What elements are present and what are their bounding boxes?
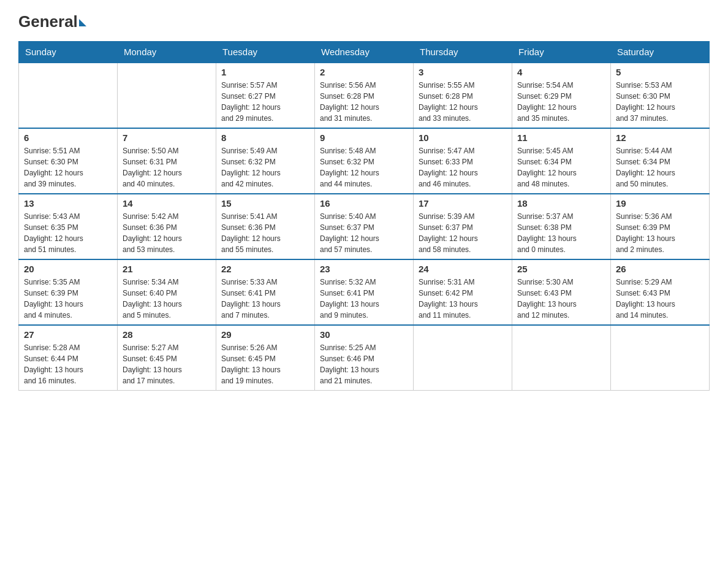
day-number: 17 <box>419 198 507 209</box>
day-number: 11 <box>517 132 605 143</box>
header-wednesday: Wednesday <box>315 42 414 63</box>
day-number: 16 <box>320 198 408 209</box>
day-number: 12 <box>616 132 704 143</box>
day-number: 13 <box>24 198 112 209</box>
day-number: 23 <box>320 264 408 274</box>
day-number: 21 <box>123 264 211 274</box>
page-header: General <box>18 12 710 29</box>
day-info: Sunrise: 5:49 AM Sunset: 6:32 PM Dayligh… <box>221 145 309 190</box>
calendar-cell <box>611 325 710 391</box>
header-tuesday: Tuesday <box>216 42 315 63</box>
day-info: Sunrise: 5:43 AM Sunset: 6:35 PM Dayligh… <box>24 211 112 255</box>
day-info: Sunrise: 5:51 AM Sunset: 6:30 PM Dayligh… <box>24 145 112 190</box>
day-number: 9 <box>320 132 408 143</box>
calendar-cell <box>19 63 118 128</box>
calendar-cell: 16Sunrise: 5:40 AM Sunset: 6:37 PM Dayli… <box>315 194 414 259</box>
day-number: 14 <box>123 198 211 209</box>
day-info: Sunrise: 5:44 AM Sunset: 6:34 PM Dayligh… <box>616 145 704 190</box>
calendar-cell: 29Sunrise: 5:26 AM Sunset: 6:45 PM Dayli… <box>216 325 315 391</box>
day-number: 27 <box>24 329 112 340</box>
day-info: Sunrise: 5:31 AM Sunset: 6:42 PM Dayligh… <box>419 277 507 321</box>
day-number: 24 <box>419 264 507 274</box>
calendar-cell: 8Sunrise: 5:49 AM Sunset: 6:32 PM Daylig… <box>216 128 315 194</box>
calendar-cell: 17Sunrise: 5:39 AM Sunset: 6:37 PM Dayli… <box>414 194 512 259</box>
calendar-cell: 4Sunrise: 5:54 AM Sunset: 6:29 PM Daylig… <box>512 63 611 128</box>
day-number: 25 <box>517 264 605 274</box>
calendar-cell <box>414 325 512 391</box>
calendar-cell: 19Sunrise: 5:36 AM Sunset: 6:39 PM Dayli… <box>611 194 710 259</box>
day-number: 22 <box>221 264 309 274</box>
logo: General <box>18 12 86 29</box>
week-row-1: 1Sunrise: 5:57 AM Sunset: 6:27 PM Daylig… <box>19 63 710 128</box>
day-info: Sunrise: 5:34 AM Sunset: 6:40 PM Dayligh… <box>123 277 211 321</box>
day-number: 5 <box>616 67 704 77</box>
day-info: Sunrise: 5:29 AM Sunset: 6:43 PM Dayligh… <box>616 277 704 321</box>
week-row-5: 27Sunrise: 5:28 AM Sunset: 6:44 PM Dayli… <box>19 325 710 391</box>
day-number: 7 <box>123 132 211 143</box>
header-saturday: Saturday <box>611 42 710 63</box>
day-info: Sunrise: 5:57 AM Sunset: 6:27 PM Dayligh… <box>221 80 309 124</box>
day-info: Sunrise: 5:28 AM Sunset: 6:44 PM Dayligh… <box>24 342 112 386</box>
calendar-cell: 26Sunrise: 5:29 AM Sunset: 6:43 PM Dayli… <box>611 259 710 325</box>
day-info: Sunrise: 5:36 AM Sunset: 6:39 PM Dayligh… <box>616 211 704 255</box>
day-info: Sunrise: 5:53 AM Sunset: 6:30 PM Dayligh… <box>616 80 704 124</box>
day-number: 30 <box>320 329 408 340</box>
calendar-cell <box>512 325 611 391</box>
header-sunday: Sunday <box>19 42 118 63</box>
calendar-cell: 11Sunrise: 5:45 AM Sunset: 6:34 PM Dayli… <box>512 128 611 194</box>
day-info: Sunrise: 5:40 AM Sunset: 6:37 PM Dayligh… <box>320 211 408 255</box>
day-number: 29 <box>221 329 309 340</box>
header-thursday: Thursday <box>414 42 512 63</box>
day-number: 6 <box>24 132 112 143</box>
calendar-cell: 6Sunrise: 5:51 AM Sunset: 6:30 PM Daylig… <box>19 128 118 194</box>
day-number: 1 <box>221 67 309 77</box>
day-number: 3 <box>419 67 507 77</box>
calendar-cell: 13Sunrise: 5:43 AM Sunset: 6:35 PM Dayli… <box>19 194 118 259</box>
day-number: 26 <box>616 264 704 274</box>
calendar-cell: 5Sunrise: 5:53 AM Sunset: 6:30 PM Daylig… <box>611 63 710 128</box>
calendar-cell: 9Sunrise: 5:48 AM Sunset: 6:32 PM Daylig… <box>315 128 414 194</box>
week-row-4: 20Sunrise: 5:35 AM Sunset: 6:39 PM Dayli… <box>19 259 710 325</box>
day-info: Sunrise: 5:35 AM Sunset: 6:39 PM Dayligh… <box>24 277 112 321</box>
week-row-3: 13Sunrise: 5:43 AM Sunset: 6:35 PM Dayli… <box>19 194 710 259</box>
day-info: Sunrise: 5:30 AM Sunset: 6:43 PM Dayligh… <box>517 277 605 321</box>
calendar-cell: 7Sunrise: 5:50 AM Sunset: 6:31 PM Daylig… <box>118 128 216 194</box>
day-info: Sunrise: 5:39 AM Sunset: 6:37 PM Dayligh… <box>419 211 507 255</box>
calendar-cell: 24Sunrise: 5:31 AM Sunset: 6:42 PM Dayli… <box>414 259 512 325</box>
calendar-cell <box>118 63 216 128</box>
calendar-cell: 25Sunrise: 5:30 AM Sunset: 6:43 PM Dayli… <box>512 259 611 325</box>
calendar-cell: 30Sunrise: 5:25 AM Sunset: 6:46 PM Dayli… <box>315 325 414 391</box>
calendar-cell: 27Sunrise: 5:28 AM Sunset: 6:44 PM Dayli… <box>19 325 118 391</box>
day-info: Sunrise: 5:56 AM Sunset: 6:28 PM Dayligh… <box>320 80 408 124</box>
calendar-cell: 14Sunrise: 5:42 AM Sunset: 6:36 PM Dayli… <box>118 194 216 259</box>
calendar-cell: 1Sunrise: 5:57 AM Sunset: 6:27 PM Daylig… <box>216 63 315 128</box>
day-info: Sunrise: 5:32 AM Sunset: 6:41 PM Dayligh… <box>320 277 408 321</box>
day-number: 10 <box>419 132 507 143</box>
calendar-cell: 18Sunrise: 5:37 AM Sunset: 6:38 PM Dayli… <box>512 194 611 259</box>
day-info: Sunrise: 5:33 AM Sunset: 6:41 PM Dayligh… <box>221 277 309 321</box>
day-number: 2 <box>320 67 408 77</box>
calendar-cell: 3Sunrise: 5:55 AM Sunset: 6:28 PM Daylig… <box>414 63 512 128</box>
day-info: Sunrise: 5:45 AM Sunset: 6:34 PM Dayligh… <box>517 145 605 190</box>
day-number: 20 <box>24 264 112 274</box>
calendar-header-row: SundayMondayTuesdayWednesdayThursdayFrid… <box>19 42 710 63</box>
day-number: 8 <box>221 132 309 143</box>
calendar-cell: 10Sunrise: 5:47 AM Sunset: 6:33 PM Dayli… <box>414 128 512 194</box>
calendar-table: SundayMondayTuesdayWednesdayThursdayFrid… <box>18 41 710 391</box>
calendar-cell: 28Sunrise: 5:27 AM Sunset: 6:45 PM Dayli… <box>118 325 216 391</box>
day-info: Sunrise: 5:48 AM Sunset: 6:32 PM Dayligh… <box>320 145 408 190</box>
calendar-cell: 23Sunrise: 5:32 AM Sunset: 6:41 PM Dayli… <box>315 259 414 325</box>
day-info: Sunrise: 5:50 AM Sunset: 6:31 PM Dayligh… <box>123 145 211 190</box>
logo-general-text: General <box>18 12 78 31</box>
day-number: 18 <box>517 198 605 209</box>
logo-triangle-icon <box>79 19 86 26</box>
day-info: Sunrise: 5:27 AM Sunset: 6:45 PM Dayligh… <box>123 342 211 386</box>
calendar-cell: 2Sunrise: 5:56 AM Sunset: 6:28 PM Daylig… <box>315 63 414 128</box>
day-info: Sunrise: 5:42 AM Sunset: 6:36 PM Dayligh… <box>123 211 211 255</box>
calendar-cell: 12Sunrise: 5:44 AM Sunset: 6:34 PM Dayli… <box>611 128 710 194</box>
header-friday: Friday <box>512 42 611 63</box>
calendar-cell: 15Sunrise: 5:41 AM Sunset: 6:36 PM Dayli… <box>216 194 315 259</box>
day-number: 15 <box>221 198 309 209</box>
header-monday: Monday <box>118 42 216 63</box>
day-info: Sunrise: 5:25 AM Sunset: 6:46 PM Dayligh… <box>320 342 408 386</box>
